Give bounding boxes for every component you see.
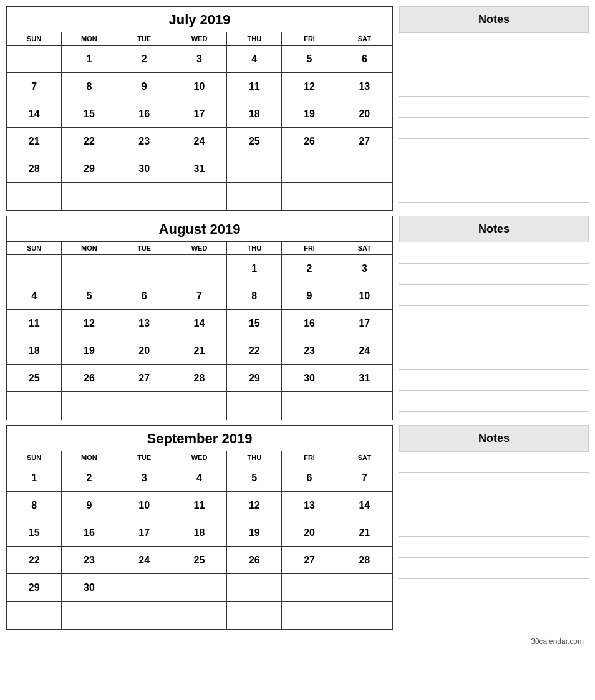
day-cell <box>282 574 337 602</box>
day-cell: 23 <box>117 128 172 155</box>
notes-line[interactable] <box>399 452 589 473</box>
notes-line[interactable] <box>399 515 589 537</box>
day-cell: 16 <box>282 310 337 337</box>
notes-line[interactable] <box>399 118 589 139</box>
notes-lines-0 <box>399 33 589 211</box>
day-cell: 9 <box>117 73 172 100</box>
calendar-0: July 2019SUNMONTUEWEDTHUFRISAT1234567891… <box>6 6 393 211</box>
day-cell <box>227 183 282 210</box>
day-cell: 17 <box>337 310 392 337</box>
notes-line[interactable] <box>399 391 589 412</box>
month-row-0: July 2019SUNMONTUEWEDTHUFRISAT1234567891… <box>6 6 589 211</box>
day-cell: 28 <box>172 365 227 392</box>
day-cell <box>337 392 392 420</box>
day-cell: 7 <box>172 282 227 310</box>
day-header-SAT: SAT <box>337 242 392 255</box>
month-row-2: September 2019SUNMONTUEWEDTHUFRISAT12345… <box>6 425 589 630</box>
notes-line[interactable] <box>399 494 589 515</box>
day-cell: 2 <box>62 464 117 492</box>
notes-line[interactable] <box>399 54 589 75</box>
notes-section-0: Notes <box>399 6 589 211</box>
day-cell: 25 <box>227 128 282 155</box>
notes-line[interactable] <box>399 473 589 494</box>
notes-line[interactable] <box>399 75 589 97</box>
day-cell: 18 <box>7 337 62 365</box>
day-cell: 1 <box>227 255 282 282</box>
day-cell: 8 <box>7 492 62 519</box>
notes-line[interactable] <box>399 160 589 181</box>
day-cell: 21 <box>7 128 62 155</box>
notes-line[interactable] <box>399 242 589 264</box>
day-cell: 10 <box>337 282 392 310</box>
day-header-TUE: TUE <box>117 32 172 46</box>
day-cell <box>62 183 117 210</box>
day-header-SAT: SAT <box>337 32 392 46</box>
day-cell: 30 <box>117 155 172 183</box>
day-cell: 29 <box>227 365 282 392</box>
notes-section-1: Notes <box>399 216 589 420</box>
day-cell: 13 <box>337 73 392 100</box>
day-header-FRI: FRI <box>282 242 337 255</box>
day-cell: 5 <box>282 46 337 73</box>
day-cell: 24 <box>172 128 227 155</box>
day-cell: 9 <box>62 492 117 519</box>
day-cell <box>227 392 282 420</box>
day-cell <box>337 574 392 602</box>
day-header-THU: THU <box>227 242 282 255</box>
calendar-grid-1: SUNMONTUEWEDTHUFRISAT1234567891011121314… <box>7 242 392 420</box>
day-cell: 24 <box>337 337 392 365</box>
day-cell: 8 <box>62 73 117 100</box>
day-cell: 7 <box>7 73 62 100</box>
day-cell: 7 <box>337 464 392 492</box>
day-cell: 12 <box>62 310 117 337</box>
day-header-MON: MON <box>62 242 117 255</box>
day-cell: 23 <box>282 337 337 365</box>
day-cell <box>337 155 392 183</box>
day-header-TUE: TUE <box>117 242 172 255</box>
notes-line[interactable] <box>399 348 589 370</box>
notes-line[interactable] <box>399 33 589 54</box>
notes-line[interactable] <box>399 558 589 579</box>
day-cell <box>282 602 337 629</box>
notes-line[interactable] <box>399 285 589 306</box>
day-cell <box>227 602 282 629</box>
calendar-title-1: August 2019 <box>7 216 392 242</box>
day-header-SAT: SAT <box>337 451 392 464</box>
notes-line[interactable] <box>399 264 589 285</box>
day-cell: 30 <box>282 365 337 392</box>
day-cell: 2 <box>282 255 337 282</box>
notes-line[interactable] <box>399 537 589 558</box>
day-cell: 27 <box>337 128 392 155</box>
notes-line[interactable] <box>399 600 589 621</box>
notes-line[interactable] <box>399 97 589 118</box>
day-cell: 23 <box>62 547 117 574</box>
day-cell: 4 <box>172 464 227 492</box>
notes-line[interactable] <box>399 327 589 348</box>
day-cell <box>7 46 62 73</box>
day-cell: 19 <box>227 519 282 547</box>
notes-line[interactable] <box>399 370 589 391</box>
day-cell: 4 <box>7 282 62 310</box>
notes-line[interactable] <box>399 306 589 327</box>
notes-line[interactable] <box>399 181 589 203</box>
day-cell: 1 <box>7 464 62 492</box>
day-cell: 5 <box>227 464 282 492</box>
notes-line[interactable] <box>399 579 589 600</box>
day-cell: 27 <box>282 547 337 574</box>
day-cell: 17 <box>117 519 172 547</box>
notes-line[interactable] <box>399 139 589 160</box>
day-cell <box>62 392 117 420</box>
day-cell <box>337 183 392 210</box>
day-cell: 31 <box>337 365 392 392</box>
day-header-MON: MON <box>62 32 117 46</box>
day-cell: 14 <box>172 310 227 337</box>
day-cell: 21 <box>172 337 227 365</box>
day-cell: 21 <box>337 519 392 547</box>
day-cell: 27 <box>117 365 172 392</box>
day-cell: 19 <box>62 337 117 365</box>
day-cell: 12 <box>282 73 337 100</box>
day-cell <box>282 183 337 210</box>
notes-header-1: Notes <box>399 216 589 242</box>
day-cell: 12 <box>227 492 282 519</box>
day-cell: 24 <box>117 547 172 574</box>
